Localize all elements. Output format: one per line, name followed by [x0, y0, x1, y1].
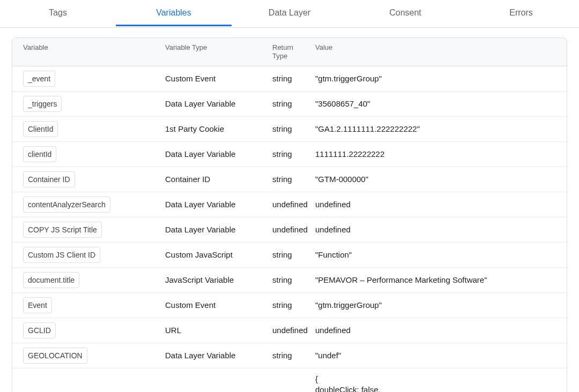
- variable-type: 1st Party Cookie: [154, 124, 262, 134]
- return-type: string: [262, 174, 305, 185]
- variable-value: "35608657_40": [305, 99, 567, 109]
- variable-chip[interactable]: Event: [23, 297, 52, 313]
- variable-type: Custom Event: [154, 73, 262, 84]
- tab-data-layer[interactable]: Data Layer: [232, 0, 347, 27]
- return-type: string: [262, 275, 305, 285]
- col-header-type[interactable]: Variable Type: [154, 43, 262, 61]
- table-row[interactable]: Google Analytics SettingsGoogle Analytic…: [12, 368, 567, 392]
- variable-chip[interactable]: GCLID: [23, 322, 56, 338]
- return-type: string: [262, 73, 305, 84]
- col-header-return-type[interactable]: Return Type: [262, 43, 305, 61]
- variable-chip[interactable]: document.title: [23, 272, 79, 288]
- variable-value: "PEMAVOR – Performance Marketing Softwar…: [305, 275, 567, 285]
- variable-chip[interactable]: Container ID: [23, 171, 75, 187]
- variable-value: undefined: [305, 199, 567, 210]
- table-row[interactable]: contentAnalyzerSearchData Layer Variable…: [12, 192, 567, 217]
- return-type: string: [262, 350, 305, 361]
- col-header-value[interactable]: Value: [305, 43, 567, 61]
- variable-value: "gtm.triggerGroup": [305, 300, 567, 311]
- table-row[interactable]: _eventCustom Eventstring"gtm.triggerGrou…: [12, 66, 567, 92]
- variable-value: "Function": [305, 250, 567, 260]
- variable-value: "gtm.triggerGroup": [305, 73, 567, 84]
- variable-type: Custom JavaScript: [154, 250, 262, 260]
- table-row[interactable]: clientIdData Layer Variablestring1111111…: [12, 142, 567, 167]
- table-row[interactable]: Custom JS Client IDCustom JavaScriptstri…: [12, 243, 567, 268]
- variable-value: "GTM-000000": [305, 174, 567, 185]
- variable-type: Data Layer Variable: [154, 199, 262, 210]
- tab-consent[interactable]: Consent: [347, 0, 463, 27]
- variable-type: URL: [154, 325, 262, 336]
- variable-type: Data Layer Variable: [154, 99, 262, 109]
- variable-type: JavaScript Variable: [154, 275, 262, 285]
- table-row[interactable]: GEOLOCATIONData Layer Variablestring"und…: [12, 343, 567, 368]
- return-type: undefined: [262, 224, 305, 235]
- variable-value: "undef": [305, 350, 567, 361]
- variable-type: Google Analytics Settings: [154, 374, 262, 392]
- return-type: undefined: [262, 325, 305, 336]
- variable-value: "GA1.2.1111111.222222222": [305, 124, 567, 134]
- table-row[interactable]: Container IDContainer IDstring"GTM-00000…: [12, 167, 567, 192]
- tab-variables[interactable]: Variables: [116, 0, 232, 27]
- variable-chip[interactable]: Custom JS Client ID: [23, 247, 100, 263]
- variable-type: Data Layer Variable: [154, 350, 262, 361]
- variable-value: { doubleClick: false, setTrackerName: fa…: [305, 374, 567, 392]
- col-header-variable[interactable]: Variable: [12, 43, 154, 61]
- table-row[interactable]: EventCustom Eventstring"gtm.triggerGroup…: [12, 293, 567, 318]
- variable-type: Custom Event: [154, 300, 262, 311]
- variable-chip[interactable]: clientId: [23, 146, 56, 162]
- tabs-bar: TagsVariablesData LayerConsentErrors: [0, 0, 579, 28]
- variables-panel: Variable Variable Type Return Type Value…: [0, 28, 579, 392]
- variable-chip[interactable]: contentAnalyzerSearch: [23, 197, 110, 213]
- variable-type: Container ID: [154, 174, 262, 185]
- tab-errors[interactable]: Errors: [463, 0, 579, 27]
- table-body: _eventCustom Eventstring"gtm.triggerGrou…: [12, 66, 567, 392]
- variable-type: Data Layer Variable: [154, 224, 262, 235]
- table-row[interactable]: ClientId1st Party Cookiestring"GA1.2.111…: [12, 117, 567, 142]
- tab-tags[interactable]: Tags: [0, 0, 116, 27]
- table-row[interactable]: COPY JS Script TitleData Layer Variableu…: [12, 217, 567, 243]
- variable-type: Data Layer Variable: [154, 149, 262, 160]
- return-type: string: [262, 149, 305, 160]
- table-row[interactable]: _triggersData Layer Variablestring"35608…: [12, 92, 567, 117]
- variable-chip[interactable]: _triggers: [23, 96, 62, 112]
- table-row[interactable]: GCLIDURLundefinedundefined: [12, 318, 567, 343]
- return-type: string: [262, 99, 305, 109]
- return-type: string: [262, 124, 305, 134]
- variable-value: undefined: [305, 224, 567, 235]
- variable-chip[interactable]: COPY JS Script Title: [23, 222, 102, 238]
- variables-table: Variable Variable Type Return Type Value…: [12, 37, 567, 392]
- return-type: string: [262, 300, 305, 311]
- variable-chip[interactable]: GEOLOCATION: [23, 348, 87, 364]
- variable-chip[interactable]: _event: [23, 71, 55, 87]
- table-row[interactable]: document.titleJavaScript Variablestring"…: [12, 268, 567, 293]
- variable-value: undefined: [305, 325, 567, 336]
- variable-chip[interactable]: ClientId: [23, 121, 58, 137]
- table-header: Variable Variable Type Return Type Value: [12, 38, 567, 66]
- return-type: undefined: [262, 199, 305, 210]
- variable-value: 1111111.22222222: [305, 149, 567, 160]
- return-type: object: [262, 374, 305, 392]
- return-type: string: [262, 250, 305, 260]
